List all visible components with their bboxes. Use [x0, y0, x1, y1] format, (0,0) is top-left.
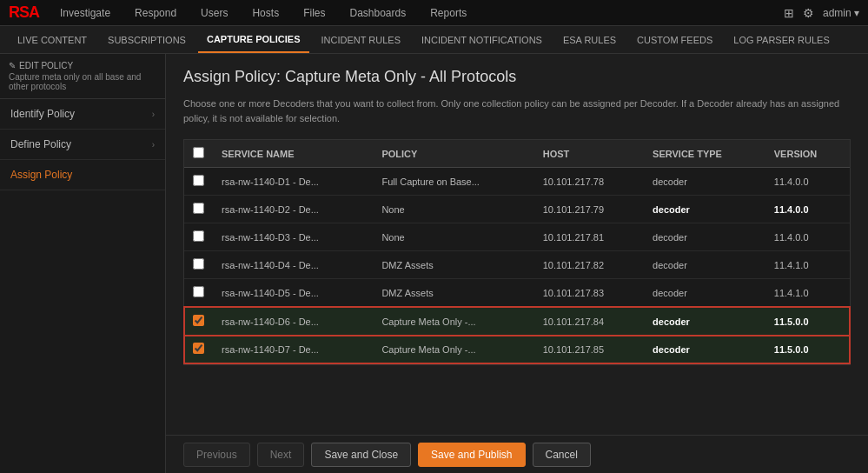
tab-esa-rules[interactable]: ESA RULES [554, 26, 625, 53]
admin-menu[interactable]: admin ▾ [823, 7, 859, 19]
tab-subscriptions[interactable]: SUBSCRIPTIONS [99, 26, 195, 53]
checkbox-cell [184, 168, 213, 196]
checkbox-cell [184, 336, 213, 364]
tab-log-parser-rules[interactable]: LOG PARSER RULES [725, 26, 838, 53]
table-body: rsa-nw-1140-D1 - De...Full Capture on Ba… [184, 168, 850, 364]
table-row: rsa-nw-1140-D4 - De...DMZ Assets10.101.2… [184, 251, 850, 279]
row-checkbox[interactable] [193, 230, 204, 242]
row-checkbox[interactable] [193, 315, 204, 326]
policy-cell: None [373, 196, 533, 223]
nav-respond[interactable]: Respond [131, 7, 180, 19]
policy-cell: DMZ Assets [373, 279, 533, 308]
version-cell: 11.4.0.0 [765, 168, 850, 196]
host-cell: 10.101.217.81 [534, 223, 644, 251]
select-all-header [184, 140, 213, 168]
identify-policy-label: Identify Policy [10, 108, 75, 120]
settings-icon[interactable]: ⚙ [803, 6, 814, 20]
tab-incident-notifications[interactable]: INCIDENT NOTIFICATIONS [413, 26, 551, 53]
top-nav: RSA Investigate Respond Users Hosts File… [0, 0, 868, 26]
tab-live-content[interactable]: LIVE CONTENT [9, 26, 96, 53]
service-type-cell: decoder [644, 336, 765, 364]
service-name-cell: rsa-nw-1140-D6 - De... [213, 307, 373, 336]
nav-hosts[interactable]: Hosts [248, 7, 282, 19]
logo: RSA [9, 3, 39, 22]
nav-investigate[interactable]: Investigate [56, 7, 114, 19]
checkbox-cell [184, 279, 213, 308]
host-cell: 10.101.217.85 [534, 336, 644, 364]
main-nav: Investigate Respond Users Hosts Files Da… [56, 7, 470, 19]
select-all-checkbox[interactable] [193, 147, 204, 158]
edit-icon: ✎ [9, 61, 16, 70]
nav-users[interactable]: Users [197, 7, 231, 19]
col-host: HOST [534, 140, 644, 168]
row-checkbox[interactable] [193, 175, 204, 186]
edit-policy-label: ✎ EDIT POLICY [9, 61, 156, 70]
service-type-cell: decoder [644, 279, 765, 308]
service-type-cell: decoder [644, 251, 765, 279]
version-cell: 11.4.1.0 [765, 279, 850, 308]
service-type-cell: decoder [644, 168, 765, 196]
table-row: rsa-nw-1140-D2 - De...None10.101.217.79d… [184, 196, 850, 223]
save-close-button[interactable]: Save and Close [311, 443, 411, 467]
service-type-cell: decoder [644, 223, 765, 251]
checkbox-cell [184, 196, 213, 223]
version-cell: 11.5.0.0 [765, 336, 850, 364]
table-row: rsa-nw-1140-D3 - De...None10.101.217.81d… [184, 223, 850, 251]
nav-files[interactable]: Files [300, 7, 328, 19]
previous-button[interactable]: Previous [183, 443, 250, 467]
main-layout: ✎ EDIT POLICY Capture meta only on all b… [0, 54, 868, 473]
host-cell: 10.101.217.84 [534, 307, 644, 336]
policy-cell: DMZ Assets [373, 251, 533, 279]
row-checkbox[interactable] [193, 203, 204, 214]
version-cell: 11.4.0.0 [765, 196, 850, 223]
sidebar: ✎ EDIT POLICY Capture meta only on all b… [0, 54, 166, 473]
monitor-icon[interactable]: ⊞ [784, 6, 794, 20]
policy-cell: Full Capture on Base... [373, 168, 533, 196]
col-service-type: SERVICE TYPE [644, 140, 765, 168]
service-name-cell: rsa-nw-1140-D1 - De... [213, 168, 373, 196]
second-nav: LIVE CONTENT SUBSCRIPTIONS CAPTURE POLIC… [0, 26, 868, 54]
footer: Previous Next Save and Close Save and Pu… [166, 435, 868, 473]
policy-cell: None [373, 223, 533, 251]
define-policy-label: Define Policy [10, 138, 71, 150]
policy-cell: Capture Meta Only -... [373, 336, 533, 364]
version-cell: 11.4.1.0 [765, 251, 850, 279]
service-name-cell: rsa-nw-1140-D2 - De... [213, 196, 373, 223]
service-name-cell: rsa-nw-1140-D7 - De... [213, 336, 373, 364]
nav-reports[interactable]: Reports [427, 7, 470, 19]
host-cell: 10.101.217.83 [534, 279, 644, 308]
save-publish-button[interactable]: Save and Publish [418, 443, 525, 467]
tab-incident-rules[interactable]: INCIDENT RULES [313, 26, 409, 53]
row-checkbox[interactable] [193, 343, 204, 354]
chevron-right-icon: › [152, 140, 155, 150]
page-description: Choose one or more Decoders that you wan… [183, 97, 851, 125]
service-name-cell: rsa-nw-1140-D3 - De... [213, 223, 373, 251]
page-title: Assign Policy: Capture Meta Only - All P… [183, 68, 851, 86]
policy-cell: Capture Meta Only -... [373, 307, 533, 336]
sidebar-header: ✎ EDIT POLICY Capture meta only on all b… [0, 54, 165, 99]
version-cell: 11.5.0.0 [765, 307, 850, 336]
checkbox-cell [184, 307, 213, 336]
sidebar-item-define-policy[interactable]: Define Policy › [0, 130, 165, 160]
sidebar-item-assign-policy[interactable]: Assign Policy [0, 160, 165, 190]
host-cell: 10.101.217.78 [534, 168, 644, 196]
tab-custom-feeds[interactable]: CUSTOM FEEDS [628, 26, 721, 53]
service-name-cell: rsa-nw-1140-D5 - De... [213, 279, 373, 308]
col-service-name: SERVICE NAME [213, 140, 373, 168]
table-row: rsa-nw-1140-D5 - De...DMZ Assets10.101.2… [184, 279, 850, 308]
row-checkbox[interactable] [193, 286, 204, 297]
table-row: rsa-nw-1140-D1 - De...Full Capture on Ba… [184, 168, 850, 196]
cancel-button[interactable]: Cancel [533, 443, 591, 467]
service-type-cell: decoder [644, 196, 765, 223]
next-button[interactable]: Next [257, 443, 305, 467]
tab-capture-policies[interactable]: CAPTURE POLICIES [198, 26, 309, 53]
decoder-table: SERVICE NAME POLICY HOST SERVICE TYPE VE… [184, 140, 850, 364]
nav-right: ⊞ ⚙ admin ▾ [784, 6, 859, 20]
assign-policy-label: Assign Policy [10, 169, 72, 181]
row-checkbox[interactable] [193, 258, 204, 270]
sidebar-item-identify-policy[interactable]: Identify Policy › [0, 99, 165, 130]
sidebar-subtitle: Capture meta only on all base and other … [9, 72, 156, 91]
version-cell: 11.4.0.0 [765, 223, 850, 251]
nav-dashboards[interactable]: Dashboards [346, 7, 409, 19]
table-row: rsa-nw-1140-D6 - De...Capture Meta Only … [184, 307, 850, 336]
